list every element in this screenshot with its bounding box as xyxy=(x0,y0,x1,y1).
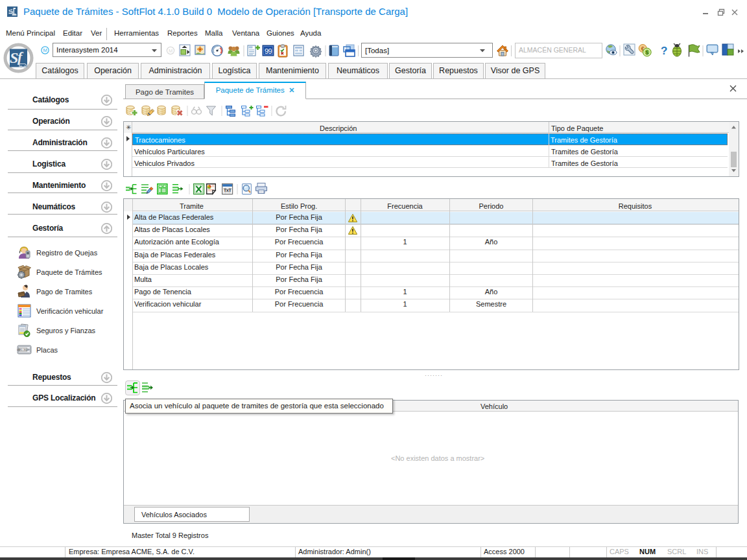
svg-text:TxT: TxT xyxy=(224,187,232,193)
svg-text:$: $ xyxy=(645,49,648,56)
svg-text:LMD-3647: LMD-3647 xyxy=(17,348,29,351)
svg-text:M: M xyxy=(43,47,47,53)
svg-text:99: 99 xyxy=(265,47,272,55)
svg-text:?: ? xyxy=(661,45,667,57)
svg-text:M: M xyxy=(169,48,172,54)
